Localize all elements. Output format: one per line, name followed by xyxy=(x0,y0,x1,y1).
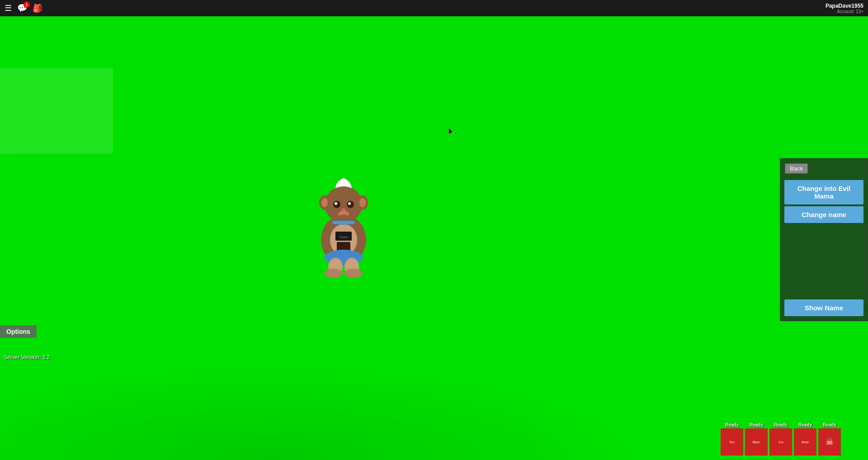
player-1-avatar: Tec xyxy=(721,428,743,455)
server-version-label: Server Version: 3.2 xyxy=(4,354,50,360)
svg-point-6 xyxy=(359,198,366,207)
username-label: PapaDave1955 xyxy=(826,3,863,9)
account-age-label: Account: 13+ xyxy=(837,9,863,14)
player-card-5: Ready ☠ xyxy=(818,422,841,455)
svg-point-22 xyxy=(325,269,343,278)
chat-icon-wrap[interactable]: 💬 1 xyxy=(17,3,27,13)
svg-point-9 xyxy=(335,202,337,205)
player-5-avatar: ☠ xyxy=(818,428,841,455)
player-2-avatar: Bam xyxy=(745,428,768,455)
svg-point-10 xyxy=(348,202,351,205)
top-bar: ☰ 💬 1 🎒 PapaDave1955 Account: 13+ xyxy=(0,0,868,16)
player-4-avatar: Ame xyxy=(794,428,816,455)
change-evil-mama-button[interactable]: Change into Evil Mama xyxy=(784,180,863,204)
back-button[interactable]: Back xyxy=(785,163,808,174)
player-4-ready: Ready xyxy=(798,422,812,427)
player-card-1: Ready Tec xyxy=(721,422,743,455)
top-bar-right: PapaDave1955 Account: 13+ xyxy=(826,3,863,14)
player-3-ready: Ready xyxy=(774,422,788,427)
player-1-ready: Ready xyxy=(725,422,739,427)
left-decoration xyxy=(0,68,113,154)
options-button[interactable]: Options xyxy=(0,325,37,338)
change-name-button[interactable]: Change name xyxy=(784,206,863,223)
bottom-hud: Ready Tec Ready Bam Ready Ca Ready Ame R… xyxy=(0,365,868,460)
chat-badge: 1 xyxy=(24,1,30,8)
svg-point-23 xyxy=(344,269,363,278)
show-name-button[interactable]: Show Name xyxy=(784,299,863,316)
backpack-icon[interactable]: 🎒 xyxy=(33,3,42,13)
right-panel: Back Change into Evil Mama Change name S… xyxy=(780,158,868,321)
skull-icon: ☠ xyxy=(826,436,834,447)
player-card-4: Ready Ame xyxy=(794,422,816,455)
svg-text:display: display xyxy=(340,236,348,238)
svg-point-5 xyxy=(321,198,328,207)
hud-players: Ready Tec Ready Bam Ready Ca Ready Ame R… xyxy=(721,422,841,455)
player-card-3: Ready Ca xyxy=(769,422,792,455)
top-bar-left: ☰ 💬 1 🎒 xyxy=(5,3,42,13)
player-card-2: Ready Bam xyxy=(745,422,768,455)
player-3-avatar: Ca xyxy=(769,428,792,455)
character-container: display xyxy=(307,172,380,280)
player-2-ready: Ready xyxy=(750,422,763,427)
character-svg: display xyxy=(307,172,380,280)
hamburger-icon[interactable]: ☰ xyxy=(5,3,12,13)
player-5-ready: Ready xyxy=(823,422,836,427)
svg-rect-15 xyxy=(332,221,355,224)
